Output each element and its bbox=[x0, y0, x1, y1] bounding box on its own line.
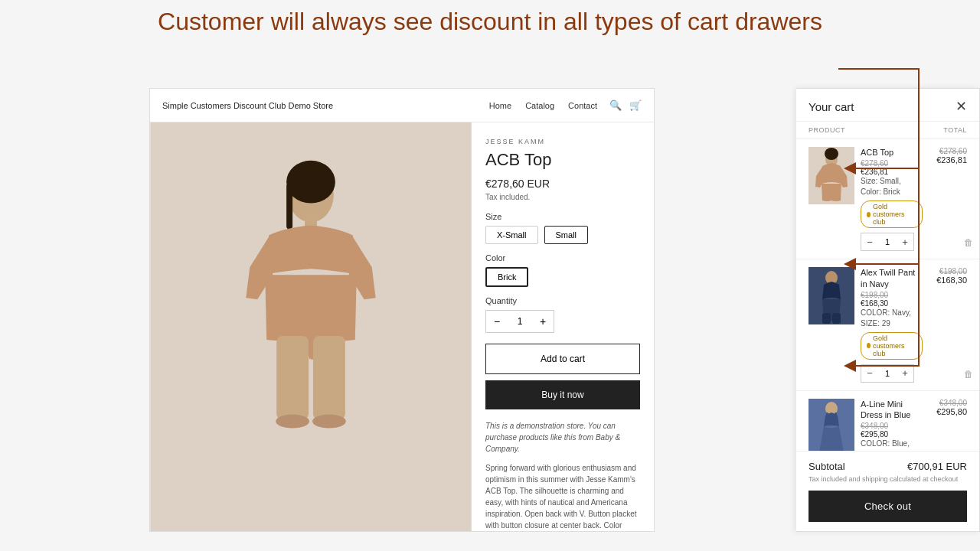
svg-rect-5 bbox=[276, 336, 309, 420]
color-label: Color bbox=[485, 253, 640, 262]
gold-dot-icon bbox=[867, 343, 871, 348]
cart-item-name: Alex Twill Pant in Navy bbox=[861, 267, 923, 289]
size-label: Size bbox=[485, 212, 640, 221]
search-icon[interactable]: 🔍 bbox=[609, 99, 622, 111]
cart-item: ACB Top €278,60 €236,81 Size: Small,Colo… bbox=[796, 139, 979, 259]
cart-header: Your cart ✕ bbox=[796, 89, 979, 122]
cart-item-name: ACB Top bbox=[861, 147, 923, 158]
description-main: Spring forward with glorious enthusiasm … bbox=[485, 462, 640, 531]
store-navbar: Simple Customers Discount Club Demo Stor… bbox=[150, 89, 654, 122]
cart-total-original: €278,60 bbox=[929, 147, 967, 155]
size-small[interactable]: Small bbox=[544, 226, 589, 244]
store-logo: Simple Customers Discount Club Demo Stor… bbox=[162, 101, 489, 110]
size-options: X-Small Small bbox=[485, 226, 640, 244]
svg-rect-6 bbox=[313, 336, 345, 420]
cart-qty-decrease[interactable]: − bbox=[861, 365, 878, 382]
cart-item: A-Line Mini Dress in Blue €348,00 €295,8… bbox=[796, 391, 979, 451]
col-total: TOTAL bbox=[943, 126, 967, 134]
gold-badge: Gold customers club bbox=[861, 201, 923, 228]
svg-point-2 bbox=[286, 161, 335, 204]
cart-item-image bbox=[808, 147, 854, 204]
cart-qty-increase[interactable]: + bbox=[897, 233, 913, 250]
cart-item-sale-price: €295,80 bbox=[861, 430, 923, 439]
tax-note: Tax included. bbox=[485, 193, 640, 201]
description-promo: This is a demonstration store. You can p… bbox=[485, 420, 640, 455]
subtotal-value: €700,91 EUR bbox=[907, 461, 967, 472]
product-title: ACB Top bbox=[485, 150, 640, 170]
nav-links: Home Catalog Contact bbox=[489, 101, 597, 110]
cart-total-original: €348,00 bbox=[929, 399, 967, 407]
cart-item-attrs: COLOR: Navy,SIZE: 29 bbox=[861, 308, 923, 329]
cart-qty-value: 1 bbox=[878, 369, 897, 378]
col-product: PRODUCT bbox=[808, 126, 845, 134]
add-to-cart-button[interactable]: Add to cart bbox=[485, 344, 640, 374]
product-image bbox=[150, 122, 472, 531]
cart-item-original-price: €198,00 bbox=[861, 291, 923, 299]
cart-icon[interactable]: 🛒 bbox=[629, 99, 642, 111]
qty-controls: − 1 + bbox=[485, 310, 554, 333]
badge-label: Gold customers club bbox=[873, 334, 916, 357]
badge-label: Gold customers club bbox=[873, 203, 916, 226]
cart-close-button[interactable]: ✕ bbox=[956, 99, 967, 113]
cart-item-total: €348,00 €295,80 bbox=[929, 399, 967, 451]
subtotal-label: Subtotal bbox=[808, 461, 845, 472]
cart-item-original-price: €348,00 bbox=[861, 422, 923, 430]
cart-items-list: ACB Top €278,60 €236,81 Size: Small,Colo… bbox=[796, 139, 979, 451]
subtotal-row: Subtotal €700,91 EUR bbox=[808, 461, 967, 472]
cart-item-qty-controls: − 1 + bbox=[861, 233, 914, 251]
cart-qty-value: 1 bbox=[878, 237, 897, 246]
cart-item-original-price: €278,60 bbox=[861, 159, 923, 168]
cart-delete-button[interactable]: 🗑 bbox=[964, 369, 973, 380]
qty-decrease[interactable]: − bbox=[486, 311, 508, 332]
svg-point-7 bbox=[276, 415, 309, 429]
gold-dot-icon bbox=[867, 212, 871, 217]
cart-item-name: A-Line Mini Dress in Blue bbox=[861, 399, 923, 421]
shipping-note: Tax included and shipping calculated at … bbox=[808, 475, 967, 483]
color-brick[interactable]: Brick bbox=[485, 267, 528, 287]
cart-item: Alex Twill Pant in Navy €198,00 €168,30 … bbox=[796, 259, 979, 391]
headline-annotation: Customer will always see discount in all… bbox=[0, 8, 980, 36]
cart-total-original: €198,00 bbox=[929, 267, 967, 276]
qty-value: 1 bbox=[508, 316, 532, 327]
cart-item-details: ACB Top €278,60 €236,81 Size: Small,Colo… bbox=[861, 147, 923, 251]
svg-point-11 bbox=[825, 148, 838, 160]
nav-home[interactable]: Home bbox=[489, 101, 511, 110]
product-price: €278,60 EUR bbox=[485, 178, 640, 190]
cart-item-attrs: Size: Small,Color: Brick bbox=[861, 176, 923, 197]
cart-qty-increase[interactable]: + bbox=[897, 365, 913, 382]
svg-rect-15 bbox=[832, 313, 841, 324]
nav-catalog[interactable]: Catalog bbox=[525, 101, 554, 110]
size-xsmall[interactable]: X-Small bbox=[485, 226, 538, 244]
cart-title: Your cart bbox=[808, 100, 854, 113]
cart-item-total: €278,60 €236,81 bbox=[929, 147, 967, 251]
cart-drawer: Your cart ✕ PRODUCT TOTAL ACB Top bbox=[796, 88, 980, 532]
color-options: Brick bbox=[485, 267, 640, 287]
checkout-button[interactable]: Check out bbox=[808, 491, 967, 522]
cart-item-attrs: COLOR: Blue,SIZE: Italian 42 bbox=[861, 439, 923, 451]
cart-item-details: Alex Twill Pant in Navy €198,00 €168,30 … bbox=[861, 267, 923, 383]
product-info: JESSE KAMM ACB Top €278,60 EUR Tax inclu… bbox=[472, 122, 654, 531]
nav-icons: 🔍 🛒 bbox=[609, 99, 642, 111]
cart-column-headers: PRODUCT TOTAL bbox=[796, 122, 979, 139]
buy-now-button[interactable]: Buy it now bbox=[485, 380, 640, 409]
svg-rect-18 bbox=[826, 412, 828, 423]
svg-rect-3 bbox=[286, 184, 292, 230]
svg-point-8 bbox=[312, 415, 346, 429]
svg-rect-19 bbox=[835, 412, 837, 423]
product-brand: JESSE KAMM bbox=[485, 138, 640, 145]
cart-delete-button[interactable]: 🗑 bbox=[964, 237, 973, 248]
product-page: JESSE KAMM ACB Top €278,60 EUR Tax inclu… bbox=[150, 122, 654, 531]
cart-total-sale: €168,30 bbox=[929, 276, 967, 285]
cart-total-sale: €295,80 bbox=[929, 407, 967, 416]
cart-item-image bbox=[808, 267, 854, 324]
store-frame: Simple Customers Discount Club Demo Stor… bbox=[149, 88, 655, 532]
cart-qty-decrease[interactable]: − bbox=[861, 233, 878, 250]
cart-item-image bbox=[808, 399, 854, 451]
nav-contact[interactable]: Contact bbox=[568, 101, 597, 110]
cart-item-qty-controls: − 1 + bbox=[861, 364, 914, 383]
cart-item-details: A-Line Mini Dress in Blue €348,00 €295,8… bbox=[861, 399, 923, 451]
qty-increase[interactable]: + bbox=[532, 311, 554, 332]
cart-item-sale-price: €168,30 bbox=[861, 299, 923, 308]
svg-rect-14 bbox=[822, 313, 831, 324]
cart-item-total: €198,00 €168,30 bbox=[929, 267, 967, 383]
